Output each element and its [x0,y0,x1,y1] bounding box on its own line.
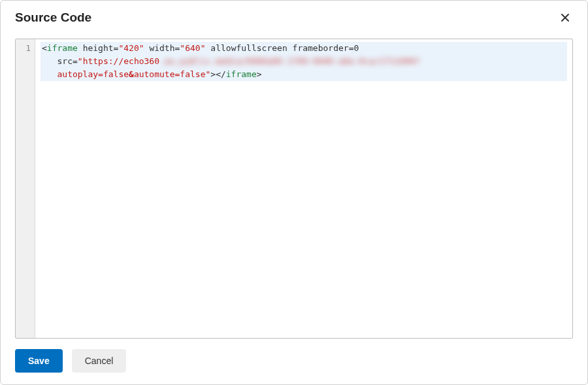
code-line: autoplay=false&automute=false"></iframe> [41,68,567,81]
code-line: <iframe height="420" width="640" allowfu… [41,42,567,55]
close-icon [560,12,570,23]
code-editor[interactable]: 1 <iframe height="420" width="640" allow… [15,39,573,339]
dialog-footer: Save Cancel [1,339,587,384]
line-number: 1 [16,42,35,55]
redacted-url-segment: .au.public.media/0000a00-1700-0040-a0a-0… [159,56,420,66]
code-line: src="https://echo360.au.public.media/000… [41,55,567,68]
line-number-gutter: 1 [16,39,35,338]
close-button[interactable] [557,10,573,25]
cancel-button[interactable]: Cancel [72,349,127,373]
save-button[interactable]: Save [15,349,63,373]
code-textarea[interactable]: <iframe height="420" width="640" allowfu… [35,39,572,338]
source-code-dialog: Source Code 1 <iframe height="420" width… [0,0,588,385]
dialog-header: Source Code [1,1,587,32]
dialog-title: Source Code [15,10,91,25]
